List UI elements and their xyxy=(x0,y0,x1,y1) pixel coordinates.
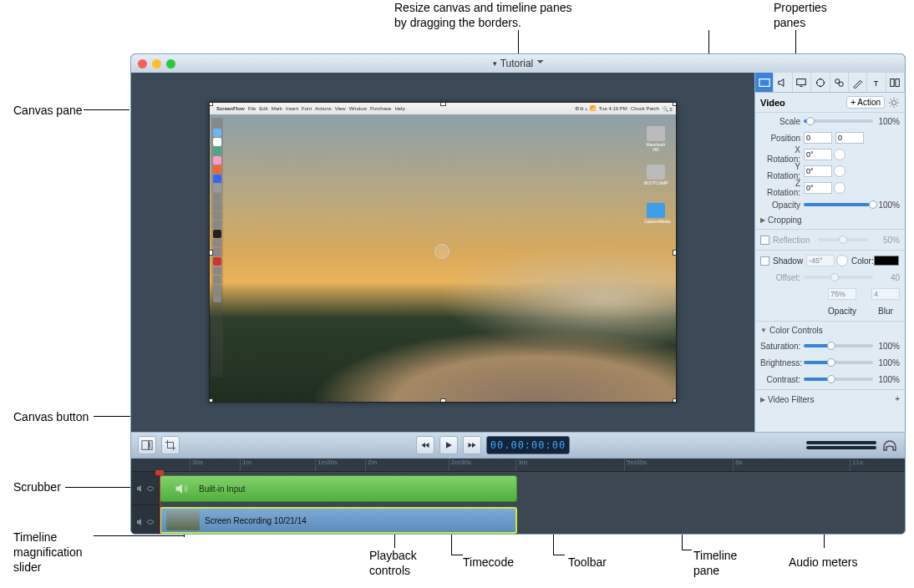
add-action-button[interactable]: + Action xyxy=(846,96,885,109)
callout-mag: Timeline magnification slider xyxy=(13,530,83,575)
clip-audio[interactable]: Built-in Input xyxy=(160,475,517,502)
rewind-button[interactable] xyxy=(416,436,434,454)
toolbar: 00.00:00:00 xyxy=(131,432,905,459)
reflection-checkbox xyxy=(760,236,769,245)
canvas-pane[interactable]: ScreenFlow File Edit Mark Insert Font Ac… xyxy=(131,73,754,432)
scrubber[interactable] xyxy=(160,472,160,535)
tab-callout[interactable] xyxy=(811,73,830,92)
window-title[interactable]: ▾ Tutorial xyxy=(493,58,544,69)
properties-tabs[interactable]: T xyxy=(755,73,905,93)
play-button[interactable] xyxy=(439,436,458,454)
zoom-icon[interactable] xyxy=(166,59,175,68)
close-icon[interactable] xyxy=(138,59,147,68)
desktop-hd-icon: Macintosh HD xyxy=(644,126,668,152)
svg-text:T: T xyxy=(873,78,878,87)
callout-canvasbtn: Canvas button xyxy=(13,409,89,424)
properties-pane: T Video + Action Scale 100% Position xyxy=(754,73,905,432)
shadow-color-swatch[interactable] xyxy=(874,256,899,266)
clip-video[interactable]: Screen Recording 10/21/14 xyxy=(160,507,517,534)
pos-x-input[interactable] xyxy=(804,132,832,144)
tab-video[interactable] xyxy=(755,73,774,92)
timeline-ruler[interactable]: 30s 1m 1m30s 2m 2m30s 3m 5m30s 8s 11s xyxy=(131,459,905,472)
prop-shadow[interactable]: Shadow Color: xyxy=(755,252,905,269)
svg-rect-0 xyxy=(759,79,769,86)
timecode[interactable]: 00.00:00:00 xyxy=(486,436,570,454)
sec-colorctrl[interactable]: ▼Color Controls xyxy=(755,323,905,337)
add-filter-button[interactable]: + xyxy=(895,394,900,404)
rot-dial[interactable] xyxy=(834,149,845,160)
svg-rect-1 xyxy=(797,79,806,84)
tab-screen[interactable] xyxy=(793,73,811,92)
prop-xrot[interactable]: X Rotation: xyxy=(755,146,905,163)
canvas-media[interactable]: ScreenFlow File Edit Mark Insert Font Ac… xyxy=(209,102,677,403)
prop-yrot[interactable]: Y Rotation: xyxy=(755,163,905,180)
hide-icon[interactable] xyxy=(146,484,155,493)
shadow-checkbox xyxy=(760,256,769,266)
callout-timeline: Timeline pane xyxy=(693,548,737,578)
window-controls[interactable] xyxy=(138,59,175,68)
svg-rect-6 xyxy=(891,79,894,86)
callout-props: Properties panes xyxy=(774,0,827,30)
headphones-icon[interactable] xyxy=(881,437,898,454)
prop-scale[interactable]: Scale 100% xyxy=(755,113,905,129)
tab-media[interactable] xyxy=(886,73,905,92)
callout-scrubber: Scrubber xyxy=(13,479,61,494)
svg-rect-9 xyxy=(142,441,149,450)
prop-contrast[interactable]: Contrast:100% xyxy=(755,371,905,388)
inner-dock xyxy=(211,118,223,377)
callout-playback: Playback controls xyxy=(369,548,417,578)
prop-zrot[interactable]: Z Rotation: xyxy=(755,180,905,196)
callout-resize: Resize canvas and timeline panes by drag… xyxy=(394,0,571,30)
canvas-button[interactable] xyxy=(138,436,156,454)
mute-icon[interactable] xyxy=(136,484,145,493)
desktop-bootcamp-icon: BOOTCAMP xyxy=(644,165,668,185)
callout-timecode: Timecode xyxy=(463,555,514,570)
tab-touch[interactable] xyxy=(830,73,849,92)
prop-brightness[interactable]: Brightness:100% xyxy=(755,354,905,371)
prop-saturation[interactable]: Saturation:100% xyxy=(755,337,905,354)
forward-button[interactable] xyxy=(463,436,481,454)
minimize-icon[interactable] xyxy=(152,59,161,68)
pos-y-input[interactable] xyxy=(835,132,864,144)
svg-rect-7 xyxy=(896,79,899,86)
timeline-pane[interactable]: Built-in Input Screen Recording 10/21/14 xyxy=(131,472,905,535)
callout-audio: Audio meters xyxy=(789,555,857,570)
tab-audio[interactable] xyxy=(774,73,792,92)
callout-toolbar: Toolbar xyxy=(568,555,607,570)
sec-filters[interactable]: ▶Video Filters + xyxy=(755,392,905,407)
svg-point-8 xyxy=(891,100,896,104)
titlebar[interactable]: ▾ Tutorial xyxy=(131,54,905,73)
callout-canvas: Canvas pane xyxy=(13,103,83,118)
audio-meter xyxy=(806,436,876,454)
track-headers xyxy=(131,472,160,535)
prop-opacity[interactable]: Opacity 100% xyxy=(755,196,905,213)
sec-cropping[interactable]: ▶Cropping xyxy=(755,213,905,227)
tab-annotate[interactable] xyxy=(849,73,867,92)
desktop-folder-icon: CaptureMedia xyxy=(644,203,668,224)
app-window: ▾ Tutorial ScreenFlow File Edit Mark Ins… xyxy=(130,53,906,535)
prop-reflection[interactable]: Reflection 50% xyxy=(755,231,905,248)
svg-point-4 xyxy=(839,82,843,86)
svg-point-2 xyxy=(816,79,824,86)
crop-button[interactable] xyxy=(161,436,180,454)
tab-text[interactable]: T xyxy=(867,73,886,92)
prop-position[interactable]: Position xyxy=(755,129,905,146)
gear-icon[interactable] xyxy=(888,97,900,109)
props-title: Video xyxy=(760,98,785,108)
